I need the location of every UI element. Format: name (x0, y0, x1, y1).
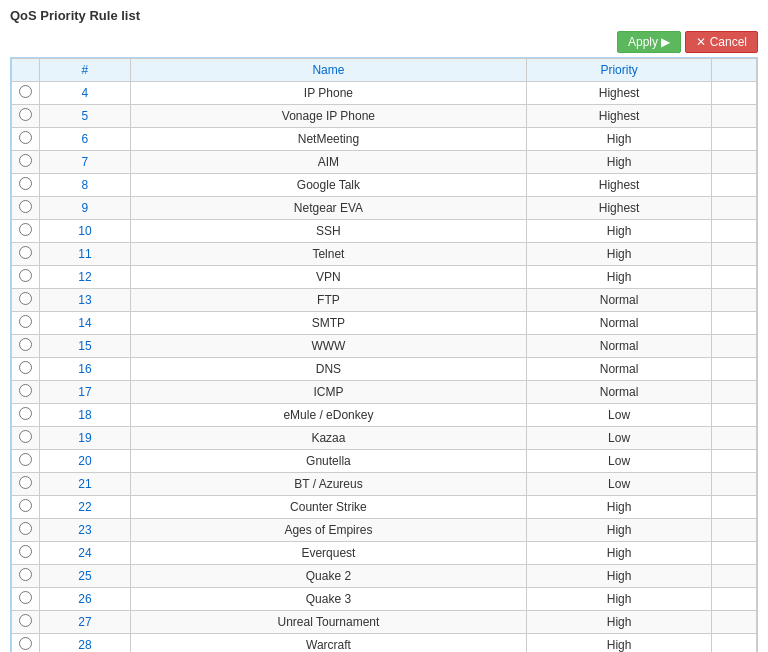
row-radio[interactable] (19, 85, 32, 98)
table-row: 6NetMeetingHigh (12, 128, 757, 151)
row-action-cell (712, 174, 757, 197)
row-priority: Low (526, 427, 711, 450)
row-radio[interactable] (19, 476, 32, 489)
page-title: QoS Priority Rule list (10, 8, 758, 23)
row-id[interactable]: 28 (40, 634, 131, 653)
row-id[interactable]: 14 (40, 312, 131, 335)
table-row: 22Counter StrikeHigh (12, 496, 757, 519)
row-select-cell (12, 197, 40, 220)
table-row: 12VPNHigh (12, 266, 757, 289)
row-radio[interactable] (19, 637, 32, 650)
row-radio[interactable] (19, 522, 32, 535)
row-name: WWW (130, 335, 526, 358)
row-action-cell (712, 611, 757, 634)
row-id[interactable]: 10 (40, 220, 131, 243)
row-select-cell (12, 473, 40, 496)
row-select-cell (12, 151, 40, 174)
row-id[interactable]: 25 (40, 565, 131, 588)
row-radio[interactable] (19, 131, 32, 144)
row-id[interactable]: 22 (40, 496, 131, 519)
row-id[interactable]: 24 (40, 542, 131, 565)
row-priority: High (526, 565, 711, 588)
row-radio[interactable] (19, 499, 32, 512)
row-action-cell (712, 358, 757, 381)
col-action (712, 59, 757, 82)
row-radio[interactable] (19, 591, 32, 604)
row-name: VPN (130, 266, 526, 289)
table-row: 27Unreal TournamentHigh (12, 611, 757, 634)
row-action-cell (712, 335, 757, 358)
row-action-cell (712, 473, 757, 496)
row-priority: High (526, 542, 711, 565)
row-radio[interactable] (19, 154, 32, 167)
row-action-cell (712, 197, 757, 220)
row-radio[interactable] (19, 430, 32, 443)
table-row: 10SSHHigh (12, 220, 757, 243)
row-id[interactable]: 4 (40, 82, 131, 105)
row-select-cell (12, 358, 40, 381)
row-radio[interactable] (19, 246, 32, 259)
row-id[interactable]: 18 (40, 404, 131, 427)
row-id[interactable]: 6 (40, 128, 131, 151)
row-action-cell (712, 82, 757, 105)
row-radio[interactable] (19, 200, 32, 213)
row-select-cell (12, 519, 40, 542)
row-id[interactable]: 27 (40, 611, 131, 634)
row-id[interactable]: 21 (40, 473, 131, 496)
row-select-cell (12, 82, 40, 105)
table-header-row: # Name Priority (12, 59, 757, 82)
row-radio[interactable] (19, 108, 32, 121)
row-select-cell (12, 404, 40, 427)
row-priority: Normal (526, 289, 711, 312)
row-id[interactable]: 23 (40, 519, 131, 542)
table-row: 26Quake 3High (12, 588, 757, 611)
row-priority: High (526, 634, 711, 653)
row-id[interactable]: 5 (40, 105, 131, 128)
row-radio[interactable] (19, 407, 32, 420)
row-name: Netgear EVA (130, 197, 526, 220)
row-id[interactable]: 17 (40, 381, 131, 404)
row-radio[interactable] (19, 614, 32, 627)
row-select-cell (12, 105, 40, 128)
row-id[interactable]: 26 (40, 588, 131, 611)
row-radio[interactable] (19, 568, 32, 581)
apply-button[interactable]: Apply ▶ (617, 31, 681, 53)
row-id[interactable]: 19 (40, 427, 131, 450)
row-id[interactable]: 12 (40, 266, 131, 289)
row-radio[interactable] (19, 223, 32, 236)
row-id[interactable]: 7 (40, 151, 131, 174)
row-id[interactable]: 8 (40, 174, 131, 197)
row-priority: High (526, 243, 711, 266)
row-radio[interactable] (19, 338, 32, 351)
row-select-cell (12, 289, 40, 312)
row-id[interactable]: 20 (40, 450, 131, 473)
row-name: ICMP (130, 381, 526, 404)
table-row: 17ICMPNormal (12, 381, 757, 404)
row-radio[interactable] (19, 545, 32, 558)
table-row: 8Google TalkHighest (12, 174, 757, 197)
row-id[interactable]: 13 (40, 289, 131, 312)
row-radio[interactable] (19, 177, 32, 190)
row-radio[interactable] (19, 384, 32, 397)
row-priority: Normal (526, 335, 711, 358)
row-radio[interactable] (19, 269, 32, 282)
row-radio[interactable] (19, 361, 32, 374)
row-radio[interactable] (19, 315, 32, 328)
row-priority: Highest (526, 82, 711, 105)
row-select-cell (12, 496, 40, 519)
row-id[interactable]: 16 (40, 358, 131, 381)
row-id[interactable]: 11 (40, 243, 131, 266)
row-radio[interactable] (19, 453, 32, 466)
row-select-cell (12, 266, 40, 289)
row-id[interactable]: 9 (40, 197, 131, 220)
cancel-button[interactable]: ✕ Cancel (685, 31, 758, 53)
row-id[interactable]: 15 (40, 335, 131, 358)
row-name: Vonage IP Phone (130, 105, 526, 128)
row-radio[interactable] (19, 292, 32, 305)
table-row: 11TelnetHigh (12, 243, 757, 266)
col-id: # (40, 59, 131, 82)
row-select-cell (12, 588, 40, 611)
row-priority: Normal (526, 312, 711, 335)
row-priority: Low (526, 404, 711, 427)
row-action-cell (712, 519, 757, 542)
